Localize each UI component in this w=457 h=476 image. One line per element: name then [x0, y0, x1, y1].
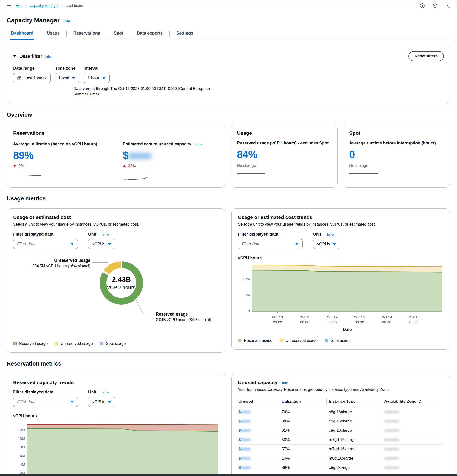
- tab-dashboard[interactable]: Dashboard: [10, 28, 34, 40]
- legend-swatch: [100, 342, 103, 345]
- unit-label: Unit: [88, 232, 96, 237]
- masked-amount: ●●●●: [241, 428, 250, 433]
- time-zone-value: Local: [59, 76, 69, 81]
- unit-select[interactable]: vCPUs: [88, 397, 115, 407]
- filter-placeholder: Filter data: [242, 242, 260, 246]
- unused-cost-link[interactable]: $●●●●: [238, 447, 250, 451]
- console-icon[interactable]: [445, 3, 451, 8]
- usage-or-estimated-cost-card: Usage or estimated cost Select a unit to…: [7, 208, 225, 353]
- legend-item[interactable]: Unreserved usage: [55, 341, 93, 346]
- masked-amount: ●●●●: [241, 410, 250, 414]
- divider: [99, 232, 100, 237]
- filter-label: Filter displayed data: [238, 232, 303, 237]
- utilization-cell: 57%: [281, 445, 328, 454]
- unused-capacity-info-link[interactable]: Info: [282, 381, 289, 385]
- legend-item[interactable]: Unreserved usage: [280, 338, 318, 343]
- unit-field: Unit Info vCPUs: [313, 232, 340, 249]
- chevron-down-icon: [70, 401, 74, 403]
- unit-info-link[interactable]: Info: [102, 390, 109, 394]
- tab-settings[interactable]: Settings: [175, 28, 194, 40]
- usage-sparkline: [237, 172, 331, 176]
- tab-data-exports[interactable]: Data exports: [136, 28, 164, 40]
- collapse-caret-icon[interactable]: [13, 55, 17, 57]
- tab-spot[interactable]: Spot: [113, 28, 124, 40]
- page-title: Capacity Manager: [7, 17, 60, 24]
- avg-utilization-delta: 3%: [13, 164, 109, 168]
- unit-info-link[interactable]: Info: [102, 232, 109, 236]
- donut-card-subtitle: Select a unit to view your usage by inst…: [13, 222, 219, 227]
- usage-label: Reserved usage (vCPU hours) - excludes S…: [237, 141, 331, 146]
- usage-card: Usage Reserved usage (vCPU hours) - excl…: [231, 125, 338, 187]
- unused-cost-link[interactable]: $●●●●: [238, 456, 250, 460]
- filter-displayed-data-field: Filter displayed data Filter data: [238, 232, 303, 249]
- usage-donut-chart: Unreserved usage 394.5M vCPU hours (16% …: [13, 255, 219, 334]
- masked-az-id: ●●●●●●: [384, 419, 399, 423]
- unit-select[interactable]: vCPUs: [313, 239, 340, 249]
- unused-cost-link[interactable]: $●●●●: [238, 428, 250, 433]
- table-row: $●●●● 89% c8g.2xlarge ●●●●●●: [238, 472, 443, 476]
- chevron-down-icon: [108, 243, 111, 245]
- time-zone-select[interactable]: Local: [55, 73, 79, 83]
- unused-cost-link[interactable]: $●●●●: [238, 437, 250, 442]
- legend-item[interactable]: Spot usage: [325, 338, 350, 343]
- interval-label: Interval: [83, 66, 110, 71]
- legend-label: Unreserved usage: [285, 338, 318, 343]
- legend-swatch: [280, 339, 283, 342]
- unused-cost-link[interactable]: $●●●●: [238, 419, 250, 423]
- date-filter-title[interactable]: Date filter: [19, 53, 42, 59]
- interval-select[interactable]: 1 hour: [83, 73, 110, 83]
- unused-cost-info-link[interactable]: Info: [195, 142, 202, 146]
- filter-displayed-data-field: Filter displayed data Filter data: [13, 232, 78, 249]
- page-info-link[interactable]: Info: [64, 19, 70, 23]
- masked-az-id: ●●●●●●: [384, 456, 399, 460]
- legend-item[interactable]: Spot usage: [100, 341, 126, 346]
- filter-data-select[interactable]: Filter data: [238, 239, 303, 249]
- filter-displayed-data-field: Filter displayed data Filter data: [13, 390, 78, 407]
- instance-type-cell: m7gd.16xlarge: [328, 445, 384, 454]
- unit-info-link[interactable]: Info: [327, 232, 334, 236]
- time-zone-field: Time zone Local: [55, 66, 79, 83]
- trends-card-title: Usage or estimated cost trends: [238, 214, 443, 220]
- table-row: $●●●● 89% c8g.2xlarge ●●●●●●: [238, 463, 443, 472]
- unused-capacity-table: Unused Utilization Instance Type Availab…: [238, 396, 443, 476]
- donut-center-label: 2.43B vCPU hours: [96, 257, 147, 308]
- tab-reservations[interactable]: Reservations: [72, 28, 101, 40]
- legend-item[interactable]: Reserved usage: [13, 341, 48, 346]
- settings-icon[interactable]: [432, 3, 438, 8]
- breadcrumb-capacity-manager[interactable]: Capacity Manager: [30, 4, 59, 8]
- usage-trends-card: Usage or estimated cost trends Select a …: [232, 208, 450, 350]
- unit-select[interactable]: vCPUs: [88, 239, 115, 249]
- chevron-down-icon: [333, 243, 336, 245]
- unit-value: vCPUs: [92, 242, 105, 246]
- filter-data-select[interactable]: Filter data: [13, 239, 78, 249]
- info-icon[interactable]: [419, 3, 425, 8]
- tab-usage[interactable]: Usage: [46, 28, 61, 40]
- filter-data-select[interactable]: Filter data: [13, 397, 78, 407]
- legend-label: Spot usage: [331, 338, 350, 343]
- column-header-instance-type: Instance Type: [328, 396, 384, 407]
- menu-icon[interactable]: [6, 3, 12, 8]
- table-row: $●●●● 57% m7gd.16xlarge ●●●●●●: [238, 445, 443, 454]
- chevron-down-icon: [102, 77, 106, 79]
- reserved-capacity-trends-card: Reserved capacity trends Filter displaye…: [7, 374, 225, 476]
- reservations-card-title: Reservations: [13, 130, 219, 136]
- masked-amount: ●●●●: [241, 419, 250, 423]
- masked-az-id: ●●●●●●: [384, 437, 399, 442]
- unused-cost-link[interactable]: $●●●●: [238, 410, 250, 414]
- page-header: Capacity Manager Info: [7, 11, 450, 24]
- date-filter-info-link[interactable]: Info: [45, 54, 51, 58]
- tab-divider: [66, 31, 66, 37]
- breadcrumb-ec2[interactable]: EC2: [16, 4, 23, 8]
- legend-label: Unreserved usage: [61, 341, 93, 346]
- unused-cost-link[interactable]: $●●●●: [238, 465, 250, 470]
- date-range-button[interactable]: Last 1 week: [13, 73, 51, 83]
- tab-divider: [169, 31, 170, 37]
- avg-utilization-metric: Average utilization (based on vCPU hours…: [13, 137, 116, 182]
- unused-cost-link[interactable]: $●●●●: [238, 475, 250, 476]
- utilization-cell: 91%: [281, 426, 328, 435]
- instance-type-cell: c8g.16xlarge: [328, 407, 384, 417]
- legend-item[interactable]: Reserved usage: [238, 338, 272, 343]
- unit-field: Unit Info vCPUs: [88, 232, 115, 249]
- tab-divider: [40, 31, 40, 37]
- reset-filters-button[interactable]: Reset filters: [408, 51, 444, 61]
